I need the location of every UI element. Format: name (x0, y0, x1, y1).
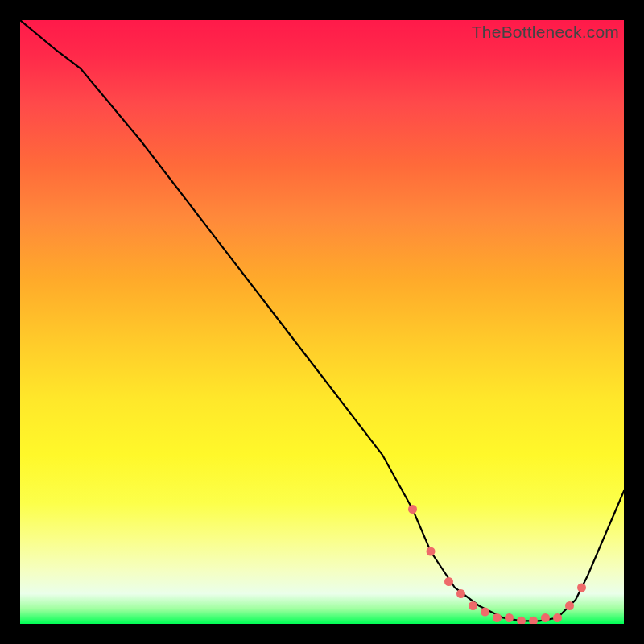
marker-dot (529, 617, 538, 624)
marker-dot (456, 589, 465, 598)
curve-line (20, 20, 624, 621)
marker-group (408, 505, 586, 624)
chart-svg (20, 20, 624, 624)
marker-dot (577, 584, 586, 592)
marker-dot (444, 577, 453, 586)
marker-dot (553, 613, 562, 622)
marker-dot (469, 601, 477, 610)
marker-dot (505, 613, 514, 622)
chart-container: TheBottleneck.com (0, 0, 644, 644)
marker-dot (517, 617, 526, 624)
marker-dot (427, 547, 436, 556)
plot-area: TheBottleneck.com (20, 20, 624, 624)
marker-dot (493, 613, 502, 622)
marker-dot (565, 601, 574, 610)
marker-dot (541, 613, 550, 622)
marker-dot (481, 608, 489, 617)
marker-dot (408, 505, 417, 514)
